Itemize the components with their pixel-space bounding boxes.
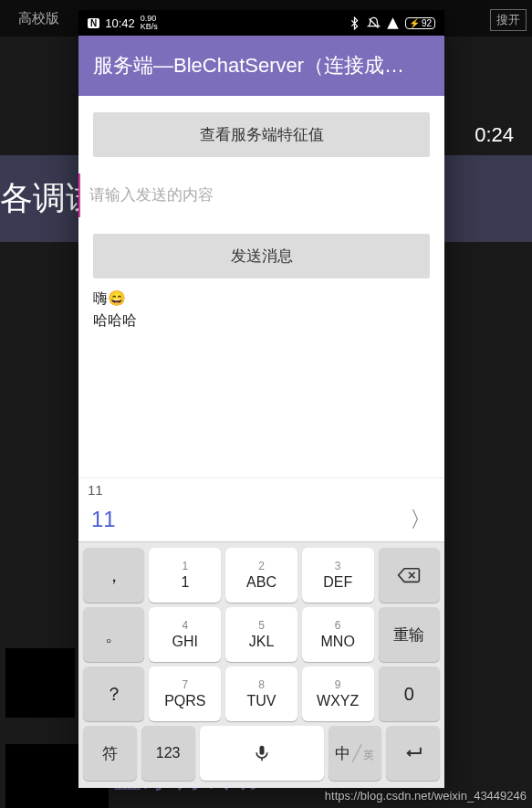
key-3-def[interactable]: 3DEF — [302, 548, 374, 603]
key-4-ghi[interactable]: 4GHI — [149, 607, 221, 662]
view-characteristics-button[interactable]: 查看服务端特征值 — [93, 112, 430, 157]
microphone-icon — [253, 744, 271, 762]
status-time: 10:42 — [105, 16, 135, 30]
key-5-jkl[interactable]: 5JKL — [225, 607, 297, 662]
key-9-wxyz[interactable]: 9WXYZ — [302, 666, 374, 721]
key-enter[interactable] — [386, 726, 440, 781]
bluetooth-icon — [348, 16, 361, 30]
alarm-off-icon — [367, 16, 381, 30]
bg-search-button[interactable]: 搜开 — [490, 9, 527, 31]
key-7-pqrs[interactable]: 7PQRS — [149, 666, 221, 721]
key-comma[interactable]: ， — [83, 548, 144, 603]
app-body: 查看服务端特征值 发送消息 嗨😄 哈哈哈 11 — [78, 96, 444, 498]
key-0[interactable]: 0 — [379, 666, 440, 721]
key-1[interactable]: 11 — [149, 548, 221, 603]
bg-thumbnail — [5, 648, 75, 718]
ime-candidate-small: 11 — [78, 477, 444, 498]
signal-icon — [386, 16, 400, 30]
key-reinput[interactable]: 重输 — [379, 607, 440, 662]
bg-nav-item[interactable]: 高校版 — [0, 10, 78, 27]
watermark: https://blog.csdn.net/weixin_43449246 — [325, 789, 527, 803]
return-icon — [403, 744, 423, 762]
phone-screenshot: N 10:42 0.90 KB/s ⚡ 92 服务端—BleChatServer… — [78, 10, 444, 788]
key-mic[interactable] — [200, 726, 324, 781]
svg-rect-0 — [259, 746, 264, 755]
key-8-tuv[interactable]: 8TUV — [225, 666, 297, 721]
chat-message: 嗨😄 — [93, 288, 430, 310]
chat-log: 嗨😄 哈哈哈 — [78, 278, 444, 477]
message-input[interactable] — [78, 173, 444, 217]
app-title-bar: 服务端—BleChatServer（连接成… — [78, 36, 444, 96]
backspace-icon — [397, 566, 421, 584]
key-question[interactable]: ？ — [83, 666, 144, 721]
ime-candidate[interactable]: 11 — [91, 507, 116, 532]
key-symbol[interactable]: 符 — [83, 726, 137, 781]
candidate-expand-icon[interactable]: 〉 — [410, 505, 432, 534]
status-badge: N — [88, 18, 99, 28]
key-backspace[interactable] — [379, 548, 440, 603]
key-2-abc[interactable]: 2ABC — [225, 548, 297, 603]
key-period[interactable]: 。 — [83, 607, 144, 662]
key-lang-toggle[interactable]: 中 ╱ 英 — [329, 726, 382, 781]
battery-indicator: ⚡ 92 — [405, 17, 435, 29]
key-123[interactable]: 123 — [141, 726, 195, 781]
status-bar: N 10:42 0.90 KB/s ⚡ 92 — [78, 10, 444, 36]
status-net-speed: 0.90 KB/s — [141, 15, 158, 32]
bg-time-overlay: 0:24 — [475, 123, 514, 147]
key-6-mno[interactable]: 6MNO — [302, 607, 374, 662]
send-message-button[interactable]: 发送消息 — [93, 234, 430, 278]
t9-keyboard: ， 11 2ABC 3DEF 。 4GHI 5JKL 6MNO 重输 ？ 7PQ… — [78, 541, 444, 788]
ime-candidate-bar[interactable]: 11 〉 — [78, 498, 444, 541]
chat-message: 哈哈哈 — [93, 310, 430, 331]
